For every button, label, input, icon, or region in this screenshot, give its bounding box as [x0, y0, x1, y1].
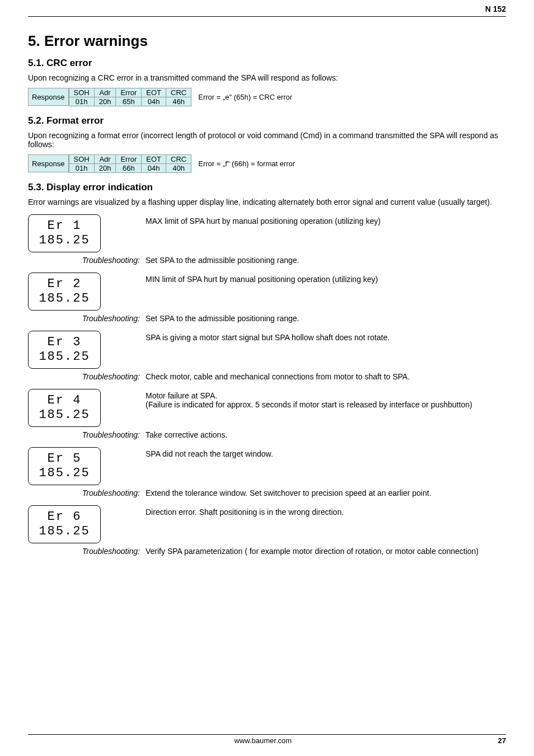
fmt-response-row: Response SOH Adr Error EOT CRC 01h 20h 6… — [28, 154, 506, 173]
segment-display-1: Er 1185.25 — [28, 214, 101, 252]
segment-line1: Er 2 — [48, 277, 82, 292]
troubleshoot-row-5: Troubleshooting:Extend the tolerance win… — [28, 489, 506, 497]
error-block-1: Er 1185.25MAX limit of SPA hurt by manua… — [28, 214, 506, 252]
fmt-val-3: 04h — [142, 164, 166, 173]
segment-line1: Er 6 — [48, 510, 82, 524]
crc-response-row: Response SOH Adr Error EOT CRC 01h 20h 6… — [28, 88, 506, 106]
troubleshoot-row-1: Troubleshooting:Set SPA to the admissibl… — [28, 256, 506, 265]
crc-col-1: Adr — [94, 88, 116, 97]
troubleshoot-row-4: Troubleshooting:Take corrective actions. — [28, 430, 506, 439]
segment-line1: Er 4 — [48, 393, 82, 408]
footer: www.baumer.com 27 — [28, 734, 506, 745]
error-desc-5: SPA did not reach the target window. — [146, 447, 506, 458]
error-desc-3: SPA is giving a motor start signal but S… — [146, 331, 506, 342]
crc-val-2: 65h — [116, 97, 142, 106]
segment-display-3: Er 3185.25 — [28, 331, 101, 369]
fmt-col-2: Error — [116, 155, 142, 164]
fmt-val-2: 66h — [116, 164, 142, 173]
segment-line1: Er 3 — [48, 335, 82, 350]
section-disp-title: 5.3. Display error indication — [28, 182, 506, 193]
segment-line2: 185.25 — [39, 292, 90, 306]
section-fmt-intro: Upon recognizing a format error (incorre… — [28, 131, 506, 149]
troubleshoot-label: Troubleshooting: — [28, 372, 146, 381]
footer-url: www.baumer.com — [234, 736, 292, 745]
header-rule: N 152 — [28, 0, 506, 17]
error-block-3: Er 3185.25SPA is giving a motor start si… — [28, 331, 506, 369]
crc-val-3: 04h — [142, 97, 166, 106]
troubleshoot-row-3: Troubleshooting:Check motor, cable and m… — [28, 372, 506, 381]
troubleshoot-row-6: Troubleshooting:Verify SPA parameterizat… — [28, 547, 506, 556]
crc-val-1: 20h — [94, 97, 116, 106]
error-block-4: Er 4185.25Motor failure at SPA. (Failure… — [28, 389, 506, 427]
troubleshoot-text-6: Verify SPA parameterization ( for exampl… — [146, 547, 506, 556]
troubleshoot-label: Troubleshooting: — [28, 430, 146, 439]
troubleshoot-text-3: Check motor, cable and mechanical connec… — [146, 372, 506, 381]
troubleshoot-text-2: Set SPA to the admissible positioning ra… — [146, 314, 506, 323]
fmt-val-4: 40h — [166, 164, 191, 173]
segment-line2: 185.25 — [39, 350, 90, 364]
crc-note: Error = „e" (65h) = CRC error — [191, 88, 292, 106]
error-desc-1: MAX limit of SPA hurt by manual position… — [146, 214, 506, 226]
error-desc-6: Direction error. Shaft positioning is in… — [146, 505, 506, 516]
troubleshoot-text-5: Extend the tolerance window. Set switcho… — [146, 489, 506, 497]
troubleshoot-text-1: Set SPA to the admissible positioning ra… — [146, 256, 506, 265]
fmt-table: SOH Adr Error EOT CRC 01h 20h 66h 04h 40… — [69, 154, 192, 173]
fmt-col-4: CRC — [166, 155, 191, 164]
fmt-response-label: Response — [28, 154, 69, 172]
error-desc-4: Motor failure at SPA. (Failure is indica… — [146, 389, 506, 409]
section-fmt-title: 5.2. Format error — [28, 115, 506, 126]
section-crc-title: 5.1. CRC error — [28, 58, 506, 69]
header-code: N 152 — [485, 4, 506, 13]
segment-display-5: Er 5185.25 — [28, 447, 101, 485]
crc-col-0: SOH — [69, 88, 94, 97]
troubleshoot-label: Troubleshooting: — [28, 314, 146, 323]
error-block-5: Er 5185.25SPA did not reach the target w… — [28, 447, 506, 485]
segment-line2: 185.25 — [39, 408, 90, 422]
crc-val-0: 01h — [69, 97, 94, 106]
segment-display-4: Er 4185.25 — [28, 389, 101, 427]
troubleshoot-row-2: Troubleshooting:Set SPA to the admissibl… — [28, 314, 506, 323]
page-title: 5. Error warnings — [28, 32, 506, 50]
section-crc-intro: Upon recognizing a CRC error in a transm… — [28, 73, 506, 82]
crc-col-3: EOT — [142, 88, 166, 97]
troubleshoot-label: Troubleshooting: — [28, 256, 146, 265]
crc-col-2: Error — [116, 88, 142, 97]
fmt-col-3: EOT — [142, 155, 166, 164]
error-block-2: Er 2185.25MIN limit of SPA hurt by manua… — [28, 273, 506, 311]
fmt-col-0: SOH — [69, 155, 94, 164]
crc-col-4: CRC — [166, 88, 191, 97]
segment-display-6: Er 6185.25 — [28, 505, 101, 543]
segment-line2: 185.25 — [39, 524, 90, 539]
fmt-val-1: 20h — [94, 164, 116, 173]
crc-response-label: Response — [28, 88, 69, 106]
error-block-6: Er 6185.25Direction error. Shaft positio… — [28, 505, 506, 543]
fmt-val-0: 01h — [69, 164, 94, 173]
fmt-note: Error = „f" (66h) = format error — [191, 154, 295, 172]
crc-table: SOH Adr Error EOT CRC 01h 20h 65h 04h 46… — [69, 88, 192, 106]
segment-line2: 185.25 — [39, 233, 90, 248]
segment-line2: 185.25 — [39, 466, 90, 481]
crc-val-4: 46h — [166, 97, 191, 106]
footer-page: 27 — [498, 736, 506, 745]
segment-line1: Er 5 — [48, 452, 82, 466]
segment-line1: Er 1 — [48, 219, 82, 233]
section-disp-intro: Error warnings are visualized by a flash… — [28, 198, 506, 206]
troubleshoot-label: Troubleshooting: — [28, 547, 146, 556]
error-desc-2: MIN limit of SPA hurt by manual position… — [146, 273, 506, 284]
segment-display-2: Er 2185.25 — [28, 273, 101, 311]
troubleshoot-label: Troubleshooting: — [28, 489, 146, 497]
fmt-col-1: Adr — [94, 155, 116, 164]
troubleshoot-text-4: Take corrective actions. — [146, 430, 506, 439]
